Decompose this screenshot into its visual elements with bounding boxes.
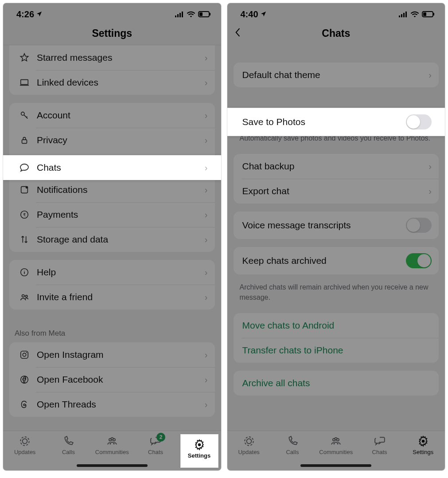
tab-settings[interactable]: Settings [401,431,445,470]
row-chats[interactable]: Chats › [3,155,221,180]
row-label: Linked devices [32,77,205,88]
row-archive-all[interactable]: Archive all chats [234,371,439,396]
row-label: Save to Photos [241,117,406,127]
highlight-chats-row: Chats › [3,155,221,180]
row-voice-transcripts[interactable]: Voice message transcripts [234,212,439,239]
svg-rect-28 [399,16,400,17]
group-archive-all: Archive all chats [234,371,439,396]
chevron-right-icon: › [429,70,432,80]
chevron-right-icon: › [205,78,208,88]
highlight-save-to-photos: Save to Photos [227,108,445,136]
arrows-updown-icon [16,235,32,244]
back-button[interactable] [234,27,242,40]
svg-point-18 [23,353,26,356]
row-linked-devices[interactable]: Linked devices › [9,70,215,95]
location-icon [260,9,267,20]
row-transfer-iphone[interactable]: Transfer chats to iPhone [234,338,439,363]
row-label: Payments [32,209,205,220]
settings-group-meta: Open Instagram › Open Facebook › Open Th… [9,342,215,417]
row-label: Help [32,267,205,278]
toggle-save-to-photos[interactable] [406,114,432,129]
chevron-right-icon: › [205,400,208,410]
row-help[interactable]: Help › [9,260,215,285]
tab-updates[interactable]: Updates [227,431,271,470]
row-payments[interactable]: ₹ Payments › [9,202,215,227]
row-label: Storage and data [32,234,205,245]
row-label: Transfer chats to iPhone [241,345,432,356]
info-icon [16,267,32,277]
row-save-to-photos[interactable]: Save to Photos [234,108,439,136]
page-title: Settings [92,27,132,39]
svg-rect-2 [179,13,181,17]
row-label: Move chats to Android [241,320,432,331]
row-label: Chat backup [241,161,429,172]
group-backup: Chat backup › Export chat › [234,154,439,204]
row-account[interactable]: Account › [9,103,215,128]
chevron-right-icon: › [205,350,208,360]
chevron-right-icon: › [205,163,208,173]
svg-rect-6 [210,13,210,16]
laptop-icon [16,78,32,87]
row-label: Privacy [32,135,205,145]
chevron-right-icon: › [429,161,432,172]
row-label: Starred messages [32,52,205,63]
toggle-voice-transcripts[interactable] [406,218,432,233]
row-keep-archived[interactable]: Keep chats archived [234,247,439,274]
group-theme: Default chat theme › [234,63,439,87]
battery-icon [422,9,435,20]
chevron-right-icon: › [205,53,208,63]
row-notifications[interactable]: Notifications › [9,177,215,202]
highlight-settings-tab[interactable]: Settings [180,434,218,468]
row-privacy[interactable]: Privacy › [9,128,215,153]
home-indicator [77,464,148,467]
row-chat-backup[interactable]: Chat backup › [234,154,439,179]
svg-point-25 [111,438,113,440]
svg-rect-1 [177,14,179,17]
tab-label: Chats [372,449,387,455]
chevron-right-icon: › [205,235,208,245]
row-starred-messages[interactable]: Starred messages › [9,45,215,70]
svg-point-19 [26,352,27,353]
svg-point-8 [21,112,24,115]
svg-point-27 [198,443,201,447]
chevron-right-icon: › [205,292,208,302]
tab-label: Calls [62,449,75,455]
group-voice: Voice message transcripts [234,212,439,239]
svg-text:₹: ₹ [23,212,26,217]
row-label: Account [32,110,205,121]
row-label: Open Facebook [32,374,205,385]
svg-rect-9 [22,140,27,143]
right-screenshot: 4:40 Chats Default chat theme › . Automa… [227,3,446,471]
row-storage[interactable]: Storage and data › [9,227,215,252]
chat-bubble-icon [16,162,32,173]
tab-updates[interactable]: Updates [3,431,47,470]
chevron-right-icon: › [205,210,208,220]
status-bar: 4:26 [3,3,221,21]
svg-rect-30 [403,13,405,17]
tab-label: Updates [14,449,35,455]
row-label: Keep chats archived [241,255,406,266]
row-label: Voice message transcripts [241,220,406,231]
svg-point-39 [335,438,337,440]
left-screenshot: 4:26 Settings Starred messages › Linked … [3,3,222,471]
svg-rect-5 [199,12,203,16]
svg-point-35 [246,439,251,444]
svg-point-22 [20,437,29,446]
tab-label: Settings [188,452,210,459]
svg-point-36 [245,437,253,446]
toggle-keep-archived[interactable] [406,253,432,268]
row-instagram[interactable]: Open Instagram › [9,342,215,367]
group-archive: Keep chats archived [234,247,439,274]
tab-label: Updates [238,449,259,455]
notification-icon [16,185,32,195]
svg-point-16 [25,295,27,298]
people-icon [16,292,32,302]
row-move-android[interactable]: Move chats to Android [234,313,439,338]
row-facebook[interactable]: Open Facebook › [9,367,215,392]
row-default-theme[interactable]: Default chat theme › [234,63,439,87]
row-invite[interactable]: Invite a friend › [9,285,215,310]
row-threads[interactable]: Open Threads › [9,392,215,417]
row-label: Archive all chats [241,378,432,388]
row-label: Default chat theme [241,70,429,80]
row-export-chat[interactable]: Export chat › [234,179,439,204]
